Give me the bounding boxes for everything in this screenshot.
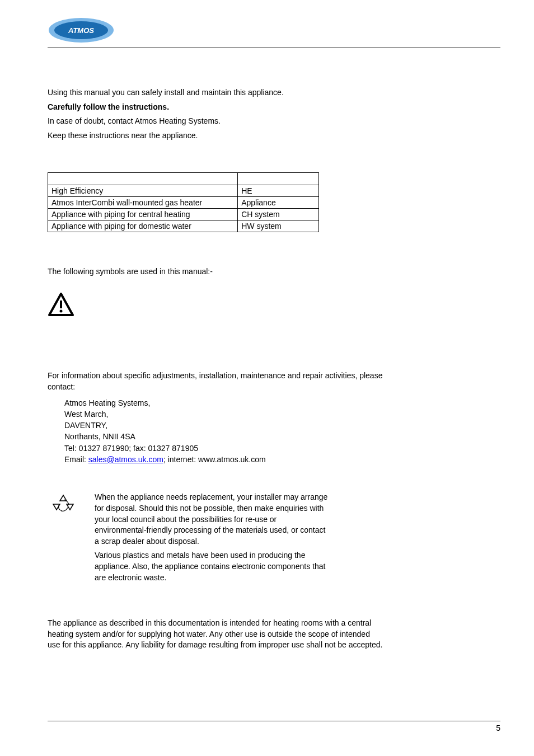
abbreviation-table: High Efficiency HE Atmos InterCombi wall…	[48, 172, 319, 232]
table-cell-abbrev: HW system	[238, 220, 319, 232]
end-of-life-section: When the appliance needs replacement, yo…	[48, 492, 406, 586]
intro-line-2: In case of doubt, contact Atmos Heating …	[48, 116, 406, 127]
email-label: Email:	[64, 455, 88, 464]
svg-text:ATMOS: ATMOS	[68, 26, 94, 35]
table-row: High Efficiency HE	[48, 185, 319, 197]
footer-divider	[48, 721, 500, 721]
intro-line-1a: Using this manual you can safely install…	[48, 87, 406, 98]
warning-icon	[48, 293, 406, 319]
footer: 5	[48, 721, 500, 732]
internet-text: ; internet: www.atmos.uk.com	[163, 455, 266, 464]
intro-section: Using this manual you can safely install…	[48, 87, 406, 141]
header: ATMOS	[48, 17, 500, 48]
table-row: Appliance with piping for central heatin…	[48, 209, 319, 220]
address-tel: Tel: 01327 871990; fax: 01327 871905	[64, 443, 406, 454]
content: Using this manual you can safely install…	[48, 87, 406, 651]
address-block: Atmos Heating Systems, West March, DAVEN…	[64, 397, 406, 466]
table-cell-abbrev: Appliance	[238, 197, 319, 209]
service-section: For information about specific adjustmen…	[48, 370, 406, 465]
eol-paragraph-1: When the appliance needs replacement, yo…	[95, 492, 330, 547]
intro-line-1b: Carefully follow the instructions.	[48, 102, 406, 113]
eol-text: When the appliance needs replacement, yo…	[95, 492, 330, 586]
email-link[interactable]: sales@atmos.uk.com	[88, 455, 163, 464]
svg-point-4	[60, 310, 63, 313]
address-county: Northants, NNII 4SA	[64, 431, 406, 442]
address-street: West March,	[64, 408, 406, 420]
table-cell-term: Appliance with piping for domestic water	[48, 220, 238, 232]
table-cell-abbrev: HE	[238, 185, 319, 197]
table-row: Atmos InterCombi wall-mounted gas heater…	[48, 197, 319, 209]
atmos-logo: ATMOS	[48, 17, 115, 44]
scope-paragraph: The appliance as described in this docum…	[48, 618, 383, 651]
table-header-cell	[48, 173, 238, 185]
recycle-icon	[52, 493, 74, 516]
table-cell-abbrev: CH system	[238, 209, 319, 220]
page-number: 5	[48, 724, 500, 732]
service-intro: For information about specific adjustmen…	[48, 370, 406, 392]
table-row: Appliance with piping for domestic water…	[48, 220, 319, 232]
symbols-intro: The following symbols are used in this m…	[48, 267, 406, 276]
table-header-row	[48, 173, 319, 185]
table-cell-term: High Efficiency	[48, 185, 238, 197]
svg-rect-3	[60, 300, 62, 308]
table-header-cell	[238, 173, 319, 185]
address-name: Atmos Heating Systems,	[64, 397, 406, 408]
header-divider	[48, 48, 500, 48]
table-cell-term: Atmos InterCombi wall-mounted gas heater	[48, 197, 238, 209]
table-cell-term: Appliance with piping for central heatin…	[48, 209, 238, 220]
address-town: DAVENTRY,	[64, 420, 406, 431]
address-email-line: Email: sales@atmos.uk.com; internet: www…	[64, 454, 406, 465]
intro-line-3: Keep these instructions near the applian…	[48, 130, 406, 142]
eol-paragraph-2: Various plastics and metals have been us…	[95, 550, 330, 583]
